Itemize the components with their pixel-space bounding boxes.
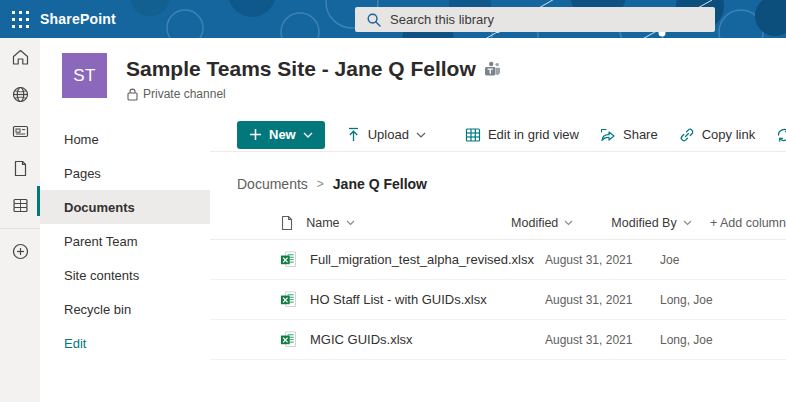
nav-edit-link[interactable]: Edit	[40, 326, 210, 360]
upload-label: Upload	[368, 127, 409, 142]
lock-icon	[127, 88, 138, 101]
excel-file-icon	[280, 331, 297, 348]
chevron-down-icon	[416, 132, 426, 138]
command-bar: New Upload Edit in grid	[210, 118, 786, 152]
share-label: Share	[623, 127, 658, 142]
file-modified-date: August 31, 2021	[545, 253, 660, 267]
search-icon	[367, 13, 381, 27]
grid-icon	[465, 127, 481, 143]
file-row[interactable]: Full_migration_test_alpha_revised.xlsx A…	[210, 240, 786, 280]
excel-file-icon	[280, 291, 297, 308]
rail-create-button[interactable]	[0, 233, 40, 269]
column-label: Name	[306, 216, 339, 230]
file-modified-by: Long, Joe	[660, 293, 773, 307]
file-type-column-header[interactable]	[280, 215, 306, 231]
waffle-icon	[12, 11, 29, 28]
breadcrumb-root[interactable]: Documents	[237, 176, 308, 192]
library-search-box[interactable]	[355, 7, 715, 32]
link-icon	[679, 127, 695, 143]
file-modified-by: Long, Joe	[660, 333, 773, 347]
rail-global-button[interactable]	[0, 76, 40, 112]
sync-button[interactable]: Sync	[776, 127, 786, 143]
chevron-down-icon	[564, 220, 573, 226]
new-button[interactable]: New	[237, 121, 325, 149]
rail-home-button[interactable]	[0, 39, 40, 75]
app-launcher-button[interactable]	[0, 0, 40, 38]
column-header-name[interactable]: Name	[306, 216, 511, 230]
file-name[interactable]: MGIC GUIDs.xlsx	[310, 332, 545, 347]
file-modified-date: August 31, 2021	[545, 333, 660, 347]
suite-bar: SharePoint	[0, 0, 786, 38]
news-icon	[11, 122, 30, 141]
edit-grid-view-button[interactable]: Edit in grid view	[465, 127, 579, 143]
file-row[interactable]: HO Staff List - with GUIDs.xlsx August 3…	[210, 280, 786, 320]
globe-icon	[11, 85, 30, 104]
nav-item-site-contents[interactable]: Site contents	[40, 258, 210, 292]
nav-item-parent-team[interactable]: Parent Team	[40, 224, 210, 258]
column-header-modified-by[interactable]: Modified By	[611, 216, 710, 230]
upload-button[interactable]: Upload	[346, 127, 426, 143]
chevron-down-icon	[346, 220, 355, 226]
breadcrumb: Documents > Jane Q Fellow	[210, 152, 786, 192]
file-modified-by: Joe	[660, 253, 773, 267]
home-icon	[11, 48, 30, 67]
privacy-label: Private channel	[143, 87, 226, 101]
rail-news-button[interactable]	[0, 113, 40, 149]
chevron-down-icon	[683, 220, 692, 226]
column-label: Modified	[511, 216, 558, 230]
plus-circle-icon	[11, 242, 30, 261]
share-button[interactable]: Share	[600, 127, 658, 143]
upload-icon	[346, 127, 361, 143]
site-nav: Home Pages Documents Parent Team Site co…	[40, 122, 210, 360]
document-icon	[280, 215, 294, 231]
library-header-row: Name Modified Modified By + Add c	[210, 206, 786, 240]
page-icon	[12, 159, 29, 178]
library-main-panel: New Upload Edit in grid	[210, 118, 786, 402]
teams-icon	[484, 61, 501, 77]
breadcrumb-separator: >	[317, 177, 324, 191]
site-title: Sample Teams Site - Jane Q Fellow	[126, 57, 476, 81]
column-header-modified[interactable]: Modified	[511, 216, 611, 230]
new-button-label: New	[269, 127, 296, 142]
copy-link-button[interactable]: Copy link	[679, 127, 755, 143]
file-name[interactable]: HO Staff List - with GUIDs.xlsx	[310, 292, 545, 307]
nav-item-recycle-bin[interactable]: Recycle bin	[40, 292, 210, 326]
nav-item-home[interactable]: Home	[40, 122, 210, 156]
plus-icon	[249, 128, 262, 141]
file-modified-date: August 31, 2021	[545, 293, 660, 307]
excel-file-icon	[280, 251, 297, 268]
site-logo-tile[interactable]: ST	[62, 53, 107, 98]
file-row[interactable]: MGIC GUIDs.xlsx August 31, 2021 Long, Jo…	[210, 320, 786, 360]
sync-icon	[776, 127, 786, 143]
library-icon	[11, 196, 30, 215]
rail-divider	[0, 228, 40, 229]
chevron-down-icon	[303, 132, 313, 138]
breadcrumb-current: Jane Q Fellow	[333, 176, 427, 192]
search-input[interactable]	[390, 12, 715, 27]
column-label: Modified By	[611, 216, 676, 230]
copy-link-label: Copy link	[702, 127, 755, 142]
nav-item-pages[interactable]: Pages	[40, 156, 210, 190]
share-icon	[600, 127, 616, 143]
rail-library-button[interactable]	[0, 187, 40, 223]
app-rail	[0, 38, 40, 402]
app-name: SharePoint	[40, 0, 116, 38]
edit-grid-view-label: Edit in grid view	[488, 127, 579, 142]
file-name[interactable]: Full_migration_test_alpha_revised.xlsx	[310, 252, 545, 267]
add-column-button[interactable]: + Add column	[710, 216, 786, 230]
nav-item-documents[interactable]: Documents	[40, 190, 210, 224]
rail-pages-button[interactable]	[0, 150, 40, 186]
